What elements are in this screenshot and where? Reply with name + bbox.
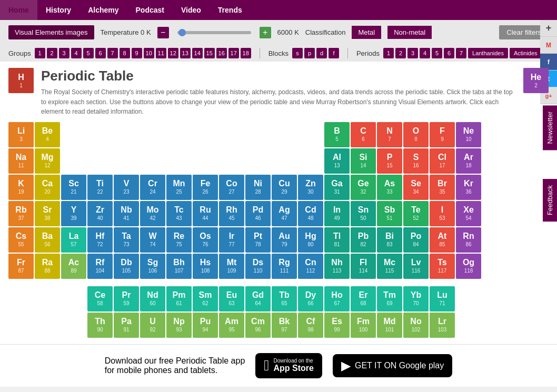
metal-button[interactable]: Metal [352,26,381,39]
element-ti[interactable]: Ti22 [87,175,113,200]
element-no[interactable]: No102 [403,313,429,338]
element-ni[interactable]: Ni28 [245,175,271,200]
group-8-btn[interactable]: 8 [120,48,130,58]
element-s[interactable]: S16 [403,148,429,174]
element-br[interactable]: Br35 [430,175,455,200]
element-rf[interactable]: Rf104 [87,254,113,279]
plus-icon[interactable]: + [540,20,557,37]
period-3-btn[interactable]: 3 [407,48,418,58]
element-th[interactable]: Th90 [87,313,113,338]
element-es[interactable]: Es99 [324,313,350,338]
element-gd[interactable]: Gd64 [245,286,271,311]
nav-video[interactable]: Video [173,0,210,20]
element-i[interactable]: I53 [430,201,455,226]
group-11-btn[interactable]: 11 [156,48,166,58]
element-nb[interactable]: Nb41 [114,201,139,226]
feedback-tab[interactable]: Feedback [543,179,557,222]
nav-history[interactable]: History [37,0,79,20]
group-17-btn[interactable]: 17 [228,48,239,58]
element-bh[interactable]: Bh107 [166,254,192,279]
actinides-btn[interactable]: Actinides [510,48,542,58]
group-6-btn[interactable]: 6 [95,48,106,58]
element-po[interactable]: Po84 [403,227,429,253]
element-sg[interactable]: Sg106 [140,254,165,279]
element-ac[interactable]: Ac89 [61,254,86,279]
element-ne[interactable]: Ne10 [456,122,481,147]
element-w[interactable]: W74 [140,227,165,253]
element-cn[interactable]: Cn112 [298,254,323,279]
element-c[interactable]: C6 [351,122,376,147]
block-s-btn[interactable]: s [292,48,303,58]
element-lv[interactable]: Lv116 [403,254,429,279]
element-ca[interactable]: Ca20 [35,175,60,200]
element-nd[interactable]: Nd60 [140,286,165,311]
element-se[interactable]: Se34 [403,175,429,200]
element-pt[interactable]: Pt78 [245,227,271,253]
element-cd[interactable]: Cd48 [298,201,323,226]
element-tl[interactable]: Tl81 [324,227,350,253]
element-pb[interactable]: Pb82 [351,227,376,253]
element-os[interactable]: Os76 [193,227,218,253]
element-dy[interactable]: Dy66 [298,286,323,311]
element-na[interactable]: Na11 [8,148,34,174]
googleplay-button[interactable]: ▶ GET IT ON Google play [333,354,452,377]
period-4-btn[interactable]: 4 [420,48,430,58]
element-eu[interactable]: Eu63 [219,286,244,311]
element-ds[interactable]: Ds110 [245,254,271,279]
element-fr[interactable]: Fr87 [8,254,34,279]
element-ga[interactable]: Ga31 [324,175,350,200]
element-am[interactable]: Am95 [219,313,244,338]
element-cr[interactable]: Cr24 [140,175,165,200]
element-au[interactable]: Au79 [272,227,297,253]
element-fe[interactable]: Fe26 [193,175,218,200]
element-re[interactable]: Re75 [166,227,192,253]
element-rg[interactable]: Rg111 [272,254,297,279]
element-pa[interactable]: Pa91 [114,313,139,338]
group-9-btn[interactable]: 9 [132,48,142,58]
gmail-icon[interactable]: M [540,37,557,54]
element-np[interactable]: Np93 [166,313,192,338]
element-lu[interactable]: Lu71 [430,286,455,311]
element-tm[interactable]: Tm69 [377,286,402,311]
element-mo[interactable]: Mo42 [140,201,165,226]
visual-elements-button[interactable]: Visual Elements images [8,25,94,39]
element-ar[interactable]: Ar18 [456,148,481,174]
element-o[interactable]: O8 [403,122,429,147]
lanthanides-btn[interactable]: Lanthanides [468,48,508,58]
period-7-btn[interactable]: 7 [456,48,466,58]
element-nh[interactable]: Nh113 [324,254,350,279]
element-ag[interactable]: Ag47 [272,201,297,226]
element-sm[interactable]: Sm62 [193,286,218,311]
element-zr[interactable]: Zr40 [87,201,113,226]
group-16-btn[interactable]: 16 [216,48,227,58]
element-ru[interactable]: Ru44 [193,201,218,226]
block-p-btn[interactable]: p [304,48,315,58]
element-p[interactable]: P15 [377,148,402,174]
element-u[interactable]: U92 [140,313,165,338]
element-pr[interactable]: Pr59 [114,286,139,311]
element-ir[interactable]: Ir77 [219,227,244,253]
group-2-btn[interactable]: 2 [47,48,57,58]
element-h[interactable]: H1 [8,68,34,93]
element-cl[interactable]: Cl17 [430,148,455,174]
newsletter-tab[interactable]: Newsletter [543,105,557,150]
element-ce[interactable]: Ce58 [87,286,113,311]
element-si[interactable]: Si14 [351,148,376,174]
period-1-btn[interactable]: 1 [383,48,394,58]
element-al[interactable]: Al13 [324,148,350,174]
element-db[interactable]: Db105 [114,254,139,279]
element-be[interactable]: Be4 [35,122,60,147]
element-at[interactable]: At85 [430,227,455,253]
group-14-btn[interactable]: 14 [192,48,203,58]
group-4-btn[interactable]: 4 [71,48,82,58]
element-f[interactable]: F9 [430,122,455,147]
block-d-btn[interactable]: d [316,48,327,58]
group-15-btn[interactable]: 15 [204,48,215,58]
group-12-btn[interactable]: 12 [168,48,178,58]
temperature-slider[interactable] [177,31,251,34]
element-bk[interactable]: Bk97 [272,313,297,338]
element-y[interactable]: Y39 [61,201,86,226]
element-la[interactable]: La57 [61,227,86,253]
element-hg[interactable]: Hg80 [298,227,323,253]
element-og[interactable]: Og118 [456,254,481,279]
